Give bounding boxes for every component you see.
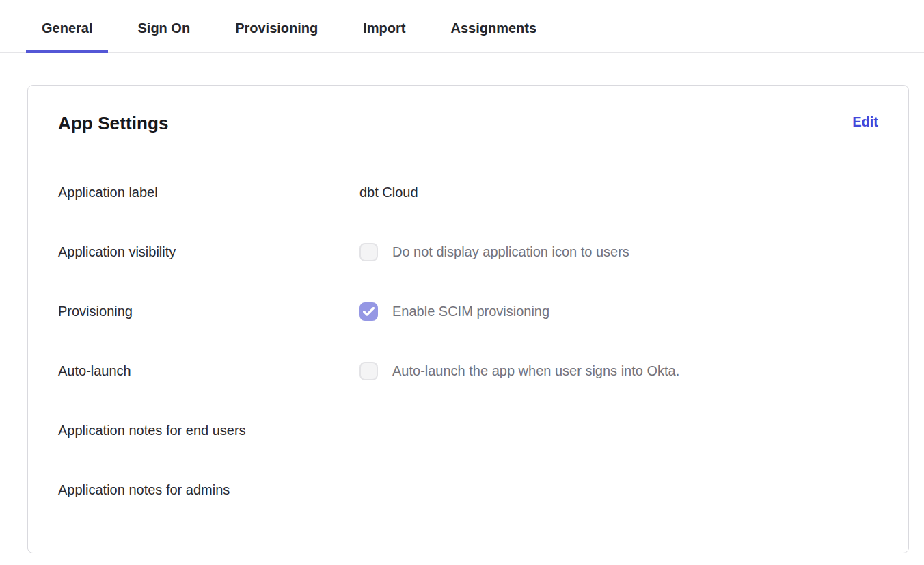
tab-provisioning[interactable]: Provisioning — [219, 0, 334, 52]
edit-button[interactable]: Edit — [852, 113, 878, 131]
app-tab-bar: General Sign On Provisioning Import Assi… — [0, 0, 924, 53]
row-notes-admins: Application notes for admins — [58, 480, 878, 499]
tab-import[interactable]: Import — [347, 0, 421, 52]
field-label: Application label — [58, 183, 359, 202]
field-label: Provisioning — [58, 302, 359, 321]
check-icon — [363, 307, 375, 316]
tab-sign-on[interactable]: Sign On — [122, 0, 206, 52]
card-header: App Settings Edit — [58, 113, 878, 133]
row-notes-end-users: Application notes for end users — [58, 421, 878, 440]
application-label-value: dbt Cloud — [359, 183, 418, 202]
row-application-label: Application label dbt Cloud — [58, 183, 878, 202]
auto-launch-checkbox[interactable] — [359, 362, 378, 380]
provisioning-check-group: Enable SCIM provisioning — [359, 302, 549, 321]
settings-rows: Application label dbt Cloud Application … — [58, 183, 878, 499]
visibility-checkbox[interactable] — [359, 243, 378, 261]
auto-launch-caption: Auto-launch the app when user signs into… — [392, 361, 679, 380]
scim-provisioning-checkbox[interactable] — [359, 302, 378, 321]
visibility-check-group: Do not display application icon to users — [359, 242, 629, 261]
page-title: App Settings — [58, 113, 169, 133]
app-settings-card: App Settings Edit Application label dbt … — [27, 85, 909, 553]
field-label: Application notes for end users — [58, 421, 359, 440]
tab-assignments[interactable]: Assignments — [435, 0, 553, 52]
provisioning-caption: Enable SCIM provisioning — [392, 302, 549, 321]
tab-general[interactable]: General — [26, 0, 108, 52]
row-application-visibility: Application visibility Do not display ap… — [58, 242, 878, 261]
auto-launch-check-group: Auto-launch the app when user signs into… — [359, 361, 679, 380]
field-label: Application notes for admins — [58, 480, 359, 499]
row-auto-launch: Auto-launch Auto-launch the app when use… — [58, 361, 878, 380]
visibility-caption: Do not display application icon to users — [392, 242, 629, 261]
field-label: Auto-launch — [58, 361, 359, 380]
field-label: Application visibility — [58, 242, 359, 261]
row-provisioning: Provisioning Enable SCIM provisioning — [58, 302, 878, 321]
